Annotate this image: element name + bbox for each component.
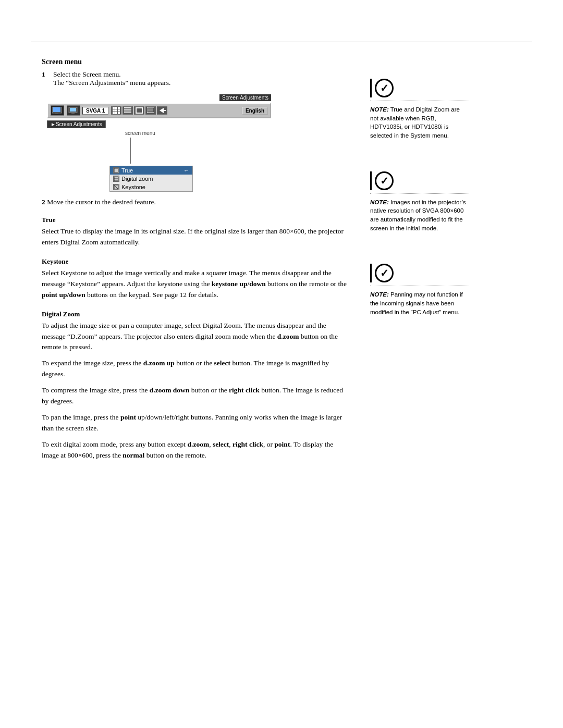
- note-block-2: ✓ NOTE: Images not in the projector’s na…: [370, 171, 469, 233]
- svg-rect-13: [114, 168, 118, 172]
- dropdown-item-keystone: Keystone: [110, 183, 192, 191]
- note-dots-line-2: [370, 193, 469, 194]
- dropdown-item-digital-zoom: Digital zoom: [110, 175, 192, 183]
- note-icon-2: ✓: [370, 171, 469, 190]
- note-text-1: NOTE: True and Digital Zoom are not avai…: [370, 105, 469, 140]
- note-vertical-line-2: [370, 171, 372, 190]
- note-block-1: ✓ NOTE: True and Digital Zoom are not av…: [370, 79, 469, 140]
- section-heading: Screen menu: [42, 58, 349, 66]
- menu-icon-1: [51, 105, 64, 116]
- note-text-2: NOTE: Images not in the projector’s nati…: [370, 198, 469, 233]
- menu-icon-bars: [123, 106, 133, 115]
- note-vertical-line-1: [370, 79, 372, 97]
- svg-rect-1: [53, 107, 60, 112]
- menu-icon-2: [67, 105, 80, 116]
- screen-caption: screen menu: [125, 130, 155, 136]
- screen-adj-top-label: Screen Adjustments: [219, 94, 271, 101]
- note-icon-1: ✓: [370, 79, 469, 97]
- menu-icon-arrow: [157, 106, 167, 115]
- step-2-number: 2: [42, 198, 45, 206]
- digital-zoom-body5: To exit digital zoom mode, press any but…: [42, 439, 349, 461]
- svg-rect-5: [71, 113, 75, 114]
- digital-zoom-body4: To pan the image, press the point up/dow…: [42, 412, 349, 434]
- menu-english-button: English: [242, 107, 268, 115]
- menu-bar: SVGA 1: [47, 103, 271, 118]
- item-icon-zoom: [113, 176, 119, 182]
- screen-adj-bar: ►Screen Adjustments: [47, 120, 106, 128]
- note-checkmark-1: ✓: [375, 79, 394, 97]
- item-icon-true: [113, 167, 119, 174]
- right-column: ✓ NOTE: True and Digital Zoom are not av…: [365, 58, 469, 466]
- svg-marker-12: [160, 108, 166, 113]
- content-area: Screen menu 1 Select the Screen menu. Th…: [0, 42, 563, 487]
- dropdown-arrow: ←: [183, 167, 189, 174]
- note-block-3: ✓ NOTE: Panning may not function if the …: [370, 264, 469, 316]
- note-vertical-line-3: [370, 264, 372, 282]
- true-body: Select True to display the image in its …: [42, 226, 349, 248]
- note-dots-line-3: [370, 286, 469, 286]
- svg-line-17: [114, 185, 118, 189]
- step-1-number: 1: [42, 70, 51, 87]
- digital-zoom-body2: To expand the image size, press the d.zo…: [42, 358, 349, 380]
- digital-zoom-body1: To adjust the image size or pan a comput…: [42, 320, 349, 353]
- digital-zoom-heading: Digital Zoom: [42, 310, 349, 318]
- page: Screen menu 1 Select the Screen menu. Th…: [0, 42, 563, 728]
- svg-rect-7: [124, 109, 131, 110]
- keystone-heading: Keystone: [42, 257, 349, 266]
- menu-svga-label: SVGA 1: [82, 107, 108, 115]
- note-checkmark-3: ✓: [375, 264, 394, 282]
- note-checkmark-2: ✓: [375, 171, 394, 190]
- keystone-body: Select Keystone to adjust the image vert…: [42, 268, 349, 301]
- true-heading: True: [42, 216, 349, 224]
- menu-icon-grid: [111, 106, 121, 115]
- svg-rect-11: [148, 108, 153, 112]
- left-column: Screen menu 1 Select the Screen menu. Th…: [42, 58, 365, 466]
- menu-icons-group: [111, 106, 167, 115]
- svg-rect-8: [124, 112, 131, 113]
- note-icon-3: ✓: [370, 264, 469, 282]
- dropdown-menu: True ← Digital zoom: [109, 166, 193, 192]
- dropdown-item-true: True ←: [110, 166, 192, 175]
- svg-rect-6: [124, 107, 131, 108]
- svg-rect-9: [136, 108, 142, 113]
- step-2: 2 Move the cursor to the desired feature…: [42, 198, 349, 206]
- digital-zoom-body3: To compress the image size, press the d.…: [42, 385, 349, 407]
- item-icon-keystone: [113, 184, 119, 190]
- step-1-text: Select the Screen menu. The “Screen Adju…: [53, 70, 349, 87]
- step-1: 1 Select the Screen menu. The “Screen Ad…: [42, 70, 349, 87]
- svg-rect-2: [55, 113, 58, 114]
- menu-icon-screen: [145, 106, 156, 115]
- menu-icon-square: [134, 106, 144, 115]
- note-dots-line-1: [370, 101, 469, 101]
- note-text-3: NOTE: Panning may not function if the in…: [370, 290, 469, 316]
- menu-image-area: Screen Adjustments: [42, 94, 349, 192]
- svg-rect-4: [70, 108, 76, 112]
